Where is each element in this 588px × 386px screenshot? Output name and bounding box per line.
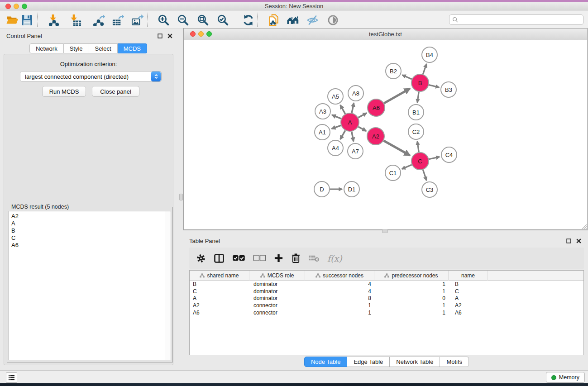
edge-A6-B[interactable]: [384, 89, 410, 103]
result-list-item[interactable]: A: [9, 220, 171, 227]
result-list-item[interactable]: A2: [9, 213, 171, 220]
tab-network-table[interactable]: Network Table: [390, 357, 440, 367]
table-cell[interactable]: A6: [190, 310, 249, 316]
edge-A-A1[interactable]: [332, 125, 341, 129]
mcds-result-list[interactable]: A2ABCA6: [9, 211, 171, 360]
column-header-shared-name[interactable]: shared name: [190, 271, 249, 281]
split-columns-icon[interactable]: [214, 253, 225, 264]
table-row[interactable]: Bdominator41B: [190, 281, 583, 288]
table-cell[interactable]: A2: [449, 302, 488, 309]
tab-mcds[interactable]: MCDS: [118, 43, 147, 53]
edge-C-C3[interactable]: [423, 170, 426, 181]
export-network-icon[interactable]: [91, 13, 106, 27]
zoom-out-icon[interactable]: [175, 13, 191, 27]
hide-eye-icon[interactable]: [305, 13, 320, 27]
home-icon[interactable]: [285, 13, 301, 27]
horizontal-divider-grip[interactable]: [382, 229, 388, 233]
deselect-all-icon[interactable]: [253, 254, 266, 262]
result-list-item[interactable]: C: [9, 234, 171, 242]
edge-A-A7[interactable]: [352, 132, 354, 142]
delete-table-icon[interactable]: [308, 254, 320, 262]
open-file-icon[interactable]: [5, 13, 20, 27]
tab-motifs[interactable]: Motifs: [440, 357, 469, 367]
select-all-icon[interactable]: [232, 254, 245, 262]
result-list-item[interactable]: B: [9, 227, 171, 234]
tab-select[interactable]: Select: [89, 43, 118, 53]
table-cell[interactable]: 1: [305, 302, 374, 309]
export-image-icon[interactable]: [129, 13, 145, 27]
run-mcds-button[interactable]: Run MCDS: [42, 86, 86, 97]
clone-network-icon[interactable]: [266, 13, 282, 27]
table-cell[interactable]: A: [449, 295, 488, 301]
edge-A-A6[interactable]: [358, 113, 367, 118]
edge-A-A3[interactable]: [332, 115, 341, 119]
table-cell[interactable]: C: [449, 288, 488, 295]
save-session-icon[interactable]: [19, 13, 34, 27]
float-panel-icon[interactable]: [157, 33, 163, 39]
edge-A2-C[interactable]: [383, 141, 410, 155]
table-cell[interactable]: A: [190, 295, 249, 301]
tab-edge-table[interactable]: Edge Table: [347, 357, 390, 367]
table-cell[interactable]: A2: [190, 302, 249, 309]
column-header-successor-nodes[interactable]: successor nodes: [305, 271, 374, 281]
network-graph-canvas[interactable]: B4B2BB3A8A5A6A3B1AA1C2A2A4A7C4CC1C3DD1: [184, 41, 588, 229]
edge-A-A4[interactable]: [340, 130, 345, 139]
network-window-titlebar[interactable]: testGlobe.txt: [184, 29, 587, 40]
edge-B-B1[interactable]: [417, 92, 419, 103]
criterion-dropdown[interactable]: largest connected component (directed): [20, 71, 162, 82]
edge-A-A8[interactable]: [352, 103, 354, 113]
table-cell[interactable]: dominator: [249, 295, 305, 301]
import-network-icon[interactable]: [46, 13, 61, 27]
close-panel-icon[interactable]: [167, 33, 173, 39]
edge-B-B2[interactable]: [402, 75, 412, 79]
table-cell[interactable]: B: [449, 281, 488, 287]
panel-divider-grip[interactable]: [179, 194, 183, 200]
memory-button[interactable]: Memory: [546, 372, 585, 383]
column-header-name[interactable]: name: [449, 271, 488, 281]
zoom-in-icon[interactable]: [156, 13, 171, 27]
edge-B-B4[interactable]: [423, 64, 426, 74]
edge-C-C1[interactable]: [402, 165, 412, 169]
table-cell[interactable]: C: [190, 288, 249, 295]
table-cell[interactable]: dominator: [249, 281, 305, 287]
table-cell[interactable]: A6: [449, 310, 488, 316]
edge-A-A5[interactable]: [340, 105, 345, 114]
table-cell[interactable]: 4: [305, 288, 374, 295]
column-header-predecessor-nodes[interactable]: predecessor nodes: [374, 271, 449, 281]
tab-style[interactable]: Style: [64, 43, 89, 53]
table-cell[interactable]: B: [190, 281, 249, 287]
close-panel-icon[interactable]: [576, 238, 582, 244]
refresh-icon[interactable]: [240, 13, 256, 27]
table-cell[interactable]: 1: [374, 310, 449, 316]
table-cell[interactable]: 0: [374, 295, 449, 301]
search-box[interactable]: [449, 14, 583, 25]
table-row[interactable]: A6connector11A6: [190, 309, 583, 316]
gear-icon[interactable]: [196, 253, 206, 263]
add-icon[interactable]: [274, 253, 283, 263]
tab-network[interactable]: Network: [29, 43, 64, 53]
column-header-MCDS-role[interactable]: MCDS role: [249, 271, 305, 281]
tab-node-table[interactable]: Node Table: [304, 357, 348, 367]
zoom-selected-icon[interactable]: [215, 13, 230, 27]
result-scrollbar[interactable]: [165, 211, 171, 360]
table-cell[interactable]: 8: [305, 295, 374, 301]
table-cell[interactable]: connector: [249, 302, 305, 309]
zoom-fit-icon[interactable]: [195, 13, 210, 27]
close-panel-button[interactable]: Close panel: [92, 86, 139, 97]
export-table-icon[interactable]: [110, 13, 125, 27]
edge-B-B3[interactable]: [429, 85, 439, 87]
edge-A-A2[interactable]: [358, 127, 366, 131]
float-panel-icon[interactable]: [566, 238, 572, 244]
table-cell[interactable]: connector: [249, 310, 305, 316]
table-cell[interactable]: 4: [305, 281, 374, 287]
import-table-icon[interactable]: [67, 13, 83, 27]
edge-C-C4[interactable]: [429, 157, 440, 159]
table-cell[interactable]: 1: [374, 281, 449, 287]
result-list-item[interactable]: A6: [9, 242, 171, 249]
table-cell[interactable]: 1: [374, 288, 449, 295]
table-row[interactable]: A2connector11A2: [190, 302, 583, 309]
table-cell[interactable]: 1: [305, 310, 374, 316]
delete-icon[interactable]: [291, 253, 301, 263]
table-row[interactable]: Adominator80A: [190, 295, 583, 302]
table-row[interactable]: Cdominator41C: [190, 288, 583, 295]
